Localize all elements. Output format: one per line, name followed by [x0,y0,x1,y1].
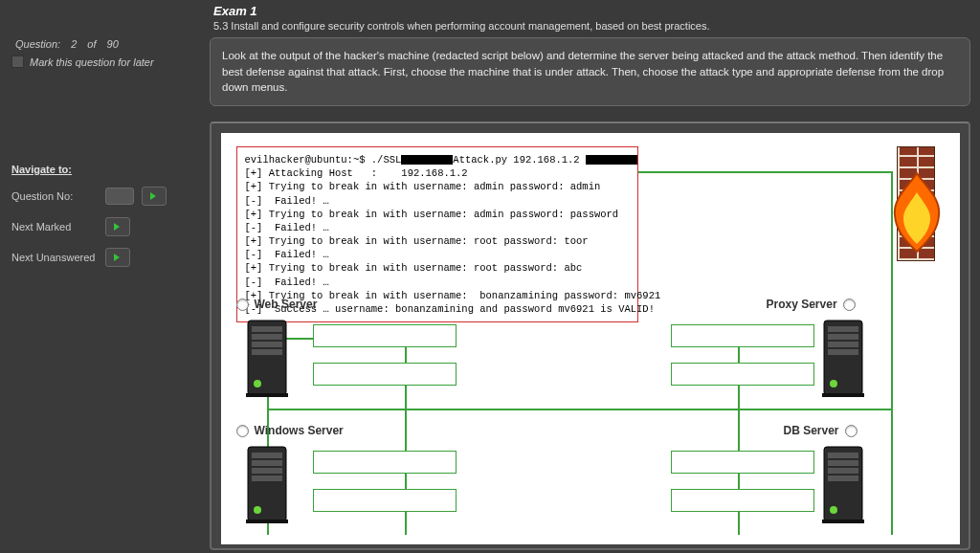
proxy-server-icon [822,319,864,399]
proxy-server-label: Proxy Server [767,298,837,311]
arrow-right-icon [112,252,123,263]
simulation-stage: evilhacker@ubuntu:~$ ./SSLAttack.py 192.… [221,133,960,544]
web-attack-type-select[interactable] [313,324,457,347]
question-text: Look at the output of the hacker's machi… [210,37,970,106]
db-defense-select[interactable] [671,489,814,512]
web-server-icon [246,319,288,399]
exam-objective: 5.3 Install and configure security contr… [210,18,970,37]
db-server-radio[interactable] [845,425,858,437]
arrow-right-icon [148,190,160,202]
mark-for-later-checkbox[interactable] [11,55,24,68]
nav-question-no-label: Question No: [11,190,98,202]
db-server-icon [822,445,864,525]
firewall-icon [897,146,935,261]
mark-for-later-label: Mark this question for later [30,56,154,68]
proxy-defense-select[interactable] [671,363,814,386]
next-marked-button[interactable] [105,217,130,236]
windows-server-icon [246,445,288,525]
arrow-right-icon [112,221,123,232]
nav-next-marked-label: Next Marked [11,221,98,232]
question-number-input[interactable] [105,188,134,205]
next-unanswered-button[interactable] [105,248,130,267]
web-defense-select[interactable] [313,363,457,386]
proxy-attack-type-select[interactable] [671,324,814,347]
db-server-label: DB Server [784,424,839,437]
proxy-server-radio[interactable] [843,299,856,311]
windows-server-radio[interactable] [236,425,249,437]
db-attack-type-select[interactable] [671,451,814,474]
nav-next-unanswered-label: Next Unanswered [11,252,98,263]
navigate-title: Navigate to: [11,164,194,175]
exam-title: Exam 1 [210,4,970,18]
fire-icon [883,169,950,255]
go-to-question-button[interactable] [142,187,167,206]
windows-attack-type-select[interactable] [313,451,457,474]
windows-server-label: Windows Server [255,424,344,437]
question-index: Question: 2 of 90 [11,38,194,50]
simulation-panel: evilhacker@ubuntu:~$ ./SSLAttack.py 192.… [210,122,970,550]
web-server-radio[interactable] [236,299,249,311]
web-server-label: Web Server [255,298,318,311]
windows-defense-select[interactable] [313,489,457,512]
hacker-terminal-output: evilhacker@ubuntu:~$ ./SSLAttack.py 192.… [236,146,638,322]
